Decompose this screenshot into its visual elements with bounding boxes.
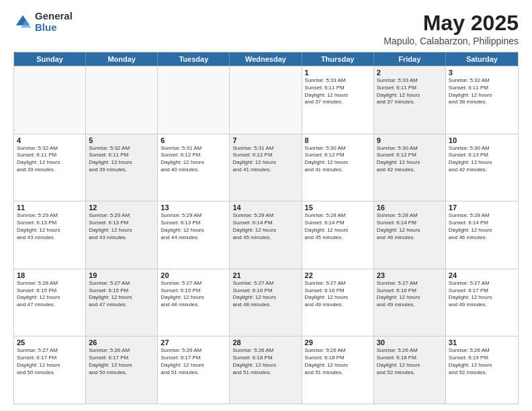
day-header-friday: Friday — [374, 52, 446, 66]
day-cell-1: 1Sunrise: 5:33 AM Sunset: 6:11 PM Daylig… — [302, 66, 374, 134]
calendar-header: SundayMondayTuesdayWednesdayThursdayFrid… — [14, 52, 518, 66]
day-info: Sunrise: 5:30 AM Sunset: 6:13 PM Dayligh… — [449, 145, 515, 174]
day-cell-4: 4Sunrise: 5:32 AM Sunset: 6:11 PM Daylig… — [14, 134, 86, 201]
empty-cell — [158, 66, 230, 134]
day-info: Sunrise: 5:30 AM Sunset: 6:12 PM Dayligh… — [305, 145, 371, 174]
day-number: 27 — [161, 338, 226, 347]
empty-cell — [14, 66, 86, 134]
day-info: Sunrise: 5:33 AM Sunset: 6:11 PM Dayligh… — [377, 77, 443, 106]
day-number: 17 — [449, 203, 515, 212]
day-cell-15: 15Sunrise: 5:28 AM Sunset: 6:14 PM Dayli… — [302, 201, 374, 269]
day-info: Sunrise: 5:30 AM Sunset: 6:12 PM Dayligh… — [377, 145, 443, 174]
day-number: 13 — [161, 203, 226, 212]
day-number: 23 — [377, 271, 443, 279]
day-cell-3: 3Sunrise: 5:32 AM Sunset: 6:11 PM Daylig… — [446, 66, 518, 134]
day-number: 7 — [232, 136, 298, 144]
day-cell-9: 9Sunrise: 5:30 AM Sunset: 6:12 PM Daylig… — [374, 134, 446, 201]
day-info: Sunrise: 5:28 AM Sunset: 6:14 PM Dayligh… — [449, 212, 515, 241]
week-row-4: 18Sunrise: 5:28 AM Sunset: 6:15 PM Dayli… — [14, 269, 518, 336]
day-number: 24 — [449, 271, 515, 279]
day-cell-29: 29Sunrise: 5:26 AM Sunset: 6:18 PM Dayli… — [302, 336, 374, 404]
header: General Blue May 2025 Mapulo, Calabarzon… — [13, 11, 519, 46]
day-info: Sunrise: 5:26 AM Sunset: 6:18 PM Dayligh… — [377, 347, 443, 376]
day-number: 16 — [377, 203, 443, 212]
day-number: 20 — [161, 271, 226, 279]
week-row-3: 11Sunrise: 5:29 AM Sunset: 6:13 PM Dayli… — [14, 201, 518, 269]
day-number: 15 — [305, 203, 371, 212]
day-cell-18: 18Sunrise: 5:28 AM Sunset: 6:15 PM Dayli… — [14, 269, 86, 336]
day-info: Sunrise: 5:26 AM Sunset: 6:17 PM Dayligh… — [161, 347, 226, 376]
day-info: Sunrise: 5:27 AM Sunset: 6:16 PM Dayligh… — [377, 280, 443, 309]
day-number: 29 — [305, 338, 371, 347]
day-info: Sunrise: 5:32 AM Sunset: 6:11 PM Dayligh… — [449, 77, 515, 106]
day-number: 8 — [305, 136, 371, 144]
day-cell-30: 30Sunrise: 5:26 AM Sunset: 6:18 PM Dayli… — [374, 336, 446, 404]
day-cell-13: 13Sunrise: 5:29 AM Sunset: 6:13 PM Dayli… — [158, 201, 230, 269]
day-cell-31: 31Sunrise: 5:26 AM Sunset: 6:19 PM Dayli… — [446, 336, 518, 404]
day-number: 21 — [232, 271, 298, 279]
day-cell-2: 2Sunrise: 5:33 AM Sunset: 6:11 PM Daylig… — [374, 66, 446, 134]
day-cell-26: 26Sunrise: 5:26 AM Sunset: 6:17 PM Dayli… — [86, 336, 158, 404]
day-info: Sunrise: 5:31 AM Sunset: 6:12 PM Dayligh… — [161, 145, 226, 174]
day-number: 14 — [232, 203, 298, 212]
day-info: Sunrise: 5:27 AM Sunset: 6:17 PM Dayligh… — [17, 347, 83, 376]
day-number: 2 — [377, 68, 443, 77]
page: General Blue May 2025 Mapulo, Calabarzon… — [0, 0, 532, 411]
day-cell-8: 8Sunrise: 5:30 AM Sunset: 6:12 PM Daylig… — [302, 134, 374, 201]
day-info: Sunrise: 5:26 AM Sunset: 6:18 PM Dayligh… — [305, 347, 371, 376]
day-info: Sunrise: 5:28 AM Sunset: 6:14 PM Dayligh… — [305, 212, 371, 241]
day-number: 4 — [17, 136, 83, 144]
day-number: 25 — [17, 338, 83, 347]
day-cell-5: 5Sunrise: 5:32 AM Sunset: 6:11 PM Daylig… — [86, 134, 158, 201]
day-cell-16: 16Sunrise: 5:28 AM Sunset: 6:14 PM Dayli… — [374, 201, 446, 269]
day-info: Sunrise: 5:32 AM Sunset: 6:11 PM Dayligh… — [17, 145, 83, 174]
day-header-thursday: Thursday — [302, 52, 374, 66]
day-info: Sunrise: 5:27 AM Sunset: 6:16 PM Dayligh… — [305, 280, 371, 309]
day-info: Sunrise: 5:26 AM Sunset: 6:19 PM Dayligh… — [449, 347, 515, 376]
subtitle: Mapulo, Calabarzon, Philippines — [384, 36, 519, 46]
day-cell-24: 24Sunrise: 5:27 AM Sunset: 6:17 PM Dayli… — [446, 269, 518, 336]
day-info: Sunrise: 5:29 AM Sunset: 6:13 PM Dayligh… — [17, 212, 83, 241]
week-row-5: 25Sunrise: 5:27 AM Sunset: 6:17 PM Dayli… — [14, 336, 518, 404]
week-row-1: 1Sunrise: 5:33 AM Sunset: 6:11 PM Daylig… — [14, 66, 518, 134]
day-info: Sunrise: 5:29 AM Sunset: 6:13 PM Dayligh… — [161, 212, 226, 241]
day-number: 28 — [232, 338, 298, 347]
day-info: Sunrise: 5:27 AM Sunset: 6:16 PM Dayligh… — [232, 280, 298, 309]
day-info: Sunrise: 5:26 AM Sunset: 6:18 PM Dayligh… — [232, 347, 298, 376]
day-number: 31 — [449, 338, 515, 347]
day-cell-27: 27Sunrise: 5:26 AM Sunset: 6:17 PM Dayli… — [158, 336, 230, 404]
day-info: Sunrise: 5:26 AM Sunset: 6:17 PM Dayligh… — [89, 347, 154, 376]
logo-general: General — [35, 11, 73, 22]
day-number: 10 — [449, 136, 515, 144]
empty-cell — [230, 66, 302, 134]
day-cell-20: 20Sunrise: 5:27 AM Sunset: 6:15 PM Dayli… — [158, 269, 230, 336]
logo-blue: Blue — [35, 22, 73, 34]
day-info: Sunrise: 5:29 AM Sunset: 6:13 PM Dayligh… — [89, 212, 154, 241]
day-cell-11: 11Sunrise: 5:29 AM Sunset: 6:13 PM Dayli… — [14, 201, 86, 269]
logo: General Blue — [13, 11, 73, 33]
week-row-2: 4Sunrise: 5:32 AM Sunset: 6:11 PM Daylig… — [14, 134, 518, 201]
day-number: 9 — [377, 136, 443, 144]
day-cell-12: 12Sunrise: 5:29 AM Sunset: 6:13 PM Dayli… — [86, 201, 158, 269]
day-cell-19: 19Sunrise: 5:27 AM Sunset: 6:15 PM Dayli… — [86, 269, 158, 336]
day-info: Sunrise: 5:32 AM Sunset: 6:11 PM Dayligh… — [89, 145, 154, 174]
logo-text: General Blue — [35, 11, 73, 33]
day-cell-6: 6Sunrise: 5:31 AM Sunset: 6:12 PM Daylig… — [158, 134, 230, 201]
calendar: SundayMondayTuesdayWednesdayThursdayFrid… — [13, 52, 519, 404]
day-info: Sunrise: 5:28 AM Sunset: 6:15 PM Dayligh… — [17, 280, 83, 309]
day-number: 3 — [449, 68, 515, 77]
day-cell-17: 17Sunrise: 5:28 AM Sunset: 6:14 PM Dayli… — [446, 201, 518, 269]
day-number: 6 — [161, 136, 226, 144]
day-cell-28: 28Sunrise: 5:26 AM Sunset: 6:18 PM Dayli… — [230, 336, 302, 404]
day-info: Sunrise: 5:27 AM Sunset: 6:15 PM Dayligh… — [161, 280, 226, 309]
day-info: Sunrise: 5:33 AM Sunset: 6:11 PM Dayligh… — [305, 77, 371, 106]
day-header-wednesday: Wednesday — [230, 52, 302, 66]
day-number: 26 — [89, 338, 154, 347]
day-number: 12 — [89, 203, 154, 212]
day-cell-25: 25Sunrise: 5:27 AM Sunset: 6:17 PM Dayli… — [14, 336, 86, 404]
day-cell-22: 22Sunrise: 5:27 AM Sunset: 6:16 PM Dayli… — [302, 269, 374, 336]
day-number: 11 — [17, 203, 83, 212]
title-block: May 2025 Mapulo, Calabarzon, Philippines — [384, 11, 519, 46]
main-title: May 2025 — [384, 11, 519, 36]
calendar-body: 1Sunrise: 5:33 AM Sunset: 6:11 PM Daylig… — [14, 66, 518, 404]
